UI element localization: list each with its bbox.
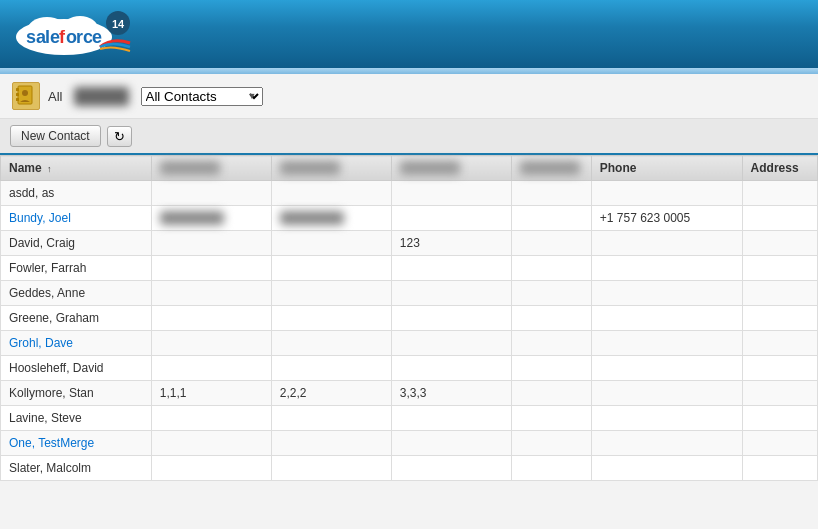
cell-col4 — [391, 406, 511, 431]
view-select-wrapper[interactable]: All Contacts My Contacts Recently Viewed — [141, 87, 263, 106]
table-row: Geddes, Anne — [1, 281, 818, 306]
contacts-module-icon — [12, 82, 40, 110]
cell-col2 — [151, 456, 271, 481]
cell-address — [742, 256, 817, 281]
cell-col5 — [511, 231, 591, 256]
cell-col3 — [271, 456, 391, 481]
cell-col2 — [151, 306, 271, 331]
cell-col2 — [151, 331, 271, 356]
cell-name[interactable]: Grohl, Dave — [1, 331, 152, 356]
contacts-tbody: asdd, asBundy, JoelXXXXXXXXXXXXXXXX+1 75… — [1, 181, 818, 481]
cell-address — [742, 231, 817, 256]
cell-col3 — [271, 306, 391, 331]
cell-col5 — [511, 331, 591, 356]
cell-col5 — [511, 431, 591, 456]
refresh-button[interactable]: ↻ — [107, 126, 132, 147]
logo-svg: s a l e f o r c e 14 — [12, 9, 172, 59]
cell-col3 — [271, 406, 391, 431]
cell-phone — [591, 331, 742, 356]
cell-phone — [591, 381, 742, 406]
cell-phone — [591, 431, 742, 456]
cell-col3: 2,2,2 — [271, 381, 391, 406]
cell-col3 — [271, 331, 391, 356]
cell-col5 — [511, 206, 591, 231]
cell-col4 — [391, 181, 511, 206]
cell-col4 — [391, 256, 511, 281]
cell-col4 — [391, 306, 511, 331]
cell-address — [742, 281, 817, 306]
cell-col4 — [391, 431, 511, 456]
cell-col2 — [151, 406, 271, 431]
contacts-list: Name ↑ Phone — [0, 155, 818, 481]
col-phone-header[interactable]: Phone — [591, 156, 742, 181]
cell-address — [742, 456, 817, 481]
cell-name: asdd, as — [1, 181, 152, 206]
table-row: Fowler, Farrah — [1, 256, 818, 281]
salesforce-logo: s a l e f o r c e 14 — [12, 9, 172, 59]
contact-name-link[interactable]: Grohl, Dave — [9, 336, 73, 350]
cell-phone — [591, 356, 742, 381]
table-row: Bundy, JoelXXXXXXXXXXXXXXXX+1 757 623 00… — [1, 206, 818, 231]
table-row: asdd, as — [1, 181, 818, 206]
cell-col5 — [511, 181, 591, 206]
view-select[interactable]: All Contacts My Contacts Recently Viewed — [141, 87, 263, 106]
all-label: All — [48, 89, 62, 104]
cell-name[interactable]: One, TestMerge — [1, 431, 152, 456]
cell-phone — [591, 406, 742, 431]
cell-col4: 3,3,3 — [391, 381, 511, 406]
col-2-header[interactable] — [151, 156, 271, 181]
table-row: David, Craig123 — [1, 231, 818, 256]
cell-address — [742, 381, 817, 406]
svg-text:14: 14 — [112, 18, 125, 30]
cell-col4 — [391, 456, 511, 481]
cell-address — [742, 431, 817, 456]
svg-text:s: s — [26, 27, 36, 47]
cell-address — [742, 206, 817, 231]
contact-name-link[interactable]: One, TestMerge — [9, 436, 94, 450]
contacts-table: Name ↑ Phone — [0, 155, 818, 481]
cell-col5 — [511, 306, 591, 331]
cell-col5 — [511, 381, 591, 406]
col-4-header[interactable] — [391, 156, 511, 181]
cell-col4 — [391, 206, 511, 231]
table-row: Greene, Graham — [1, 306, 818, 331]
cell-col3 — [271, 431, 391, 456]
blurred-view-type — [74, 87, 128, 106]
cell-col2: 1,1,1 — [151, 381, 271, 406]
new-contact-button[interactable]: New Contact — [10, 125, 101, 147]
cell-col3 — [271, 256, 391, 281]
svg-point-18 — [22, 90, 28, 96]
col-3-header[interactable] — [271, 156, 391, 181]
cell-phone — [591, 456, 742, 481]
cell-col5 — [511, 406, 591, 431]
cell-name: Lavine, Steve — [1, 406, 152, 431]
col-5-header[interactable] — [511, 156, 591, 181]
contact-name-link[interactable]: Bundy, Joel — [9, 211, 71, 225]
table-row: Hoosleheff, David — [1, 356, 818, 381]
table-header-row: Name ↑ Phone — [1, 156, 818, 181]
cell-phone — [591, 181, 742, 206]
cell-address — [742, 406, 817, 431]
col-name-header[interactable]: Name ↑ — [1, 156, 152, 181]
svg-text:e: e — [92, 27, 102, 47]
cell-col5 — [511, 356, 591, 381]
svg-rect-15 — [16, 88, 19, 91]
cell-address — [742, 181, 817, 206]
cell-name: Fowler, Farrah — [1, 256, 152, 281]
cell-name[interactable]: Bundy, Joel — [1, 206, 152, 231]
action-bar: New Contact ↻ — [0, 119, 818, 155]
cell-phone — [591, 306, 742, 331]
blurred-header-2 — [160, 161, 220, 175]
cell-name: Geddes, Anne — [1, 281, 152, 306]
cell-col5 — [511, 281, 591, 306]
cell-address — [742, 331, 817, 356]
cell-col2 — [151, 356, 271, 381]
view-toolbar: All All Contacts My Contacts Recently Vi… — [0, 74, 818, 119]
cell-col2 — [151, 181, 271, 206]
cell-name: Hoosleheff, David — [1, 356, 152, 381]
col-address-header[interactable]: Address — [742, 156, 817, 181]
svg-rect-17 — [16, 98, 19, 101]
table-row: Grohl, Dave — [1, 331, 818, 356]
blurred-header-5 — [520, 161, 580, 175]
refresh-icon: ↻ — [114, 129, 125, 144]
